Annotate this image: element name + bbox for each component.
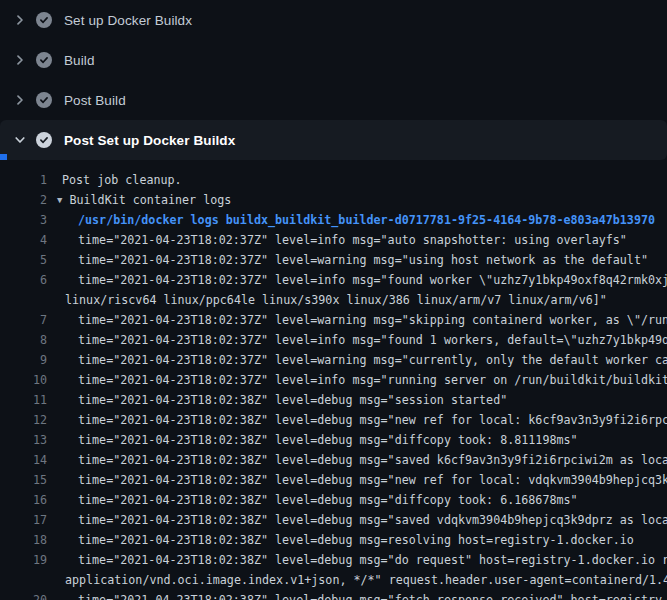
log-row: 2 ▼ BuildKit container logs: [0, 190, 667, 210]
step-label: Set up Docker Buildx: [64, 13, 192, 28]
log-text: time="2021-04-23T18:02:38Z" level=debug …: [47, 390, 667, 410]
log-text: time="2021-04-23T18:02:37Z" level=info m…: [47, 330, 667, 350]
log-row: 18 time="2021-04-23T18:02:38Z" level=deb…: [0, 530, 667, 550]
step-row-post-set-up-docker-buildx[interactable]: Post Set up Docker Buildx: [0, 120, 667, 160]
line-number[interactable]: 14: [0, 450, 47, 470]
log-row: 7 time="2021-04-23T18:02:37Z" level=warn…: [0, 310, 667, 330]
log-text: time="2021-04-23T18:02:38Z" level=debug …: [47, 410, 667, 430]
log-text: time="2021-04-23T18:02:38Z" level=debug …: [47, 530, 667, 550]
log-row: 4 time="2021-04-23T18:02:37Z" level=info…: [0, 230, 667, 250]
log-row: 13 time="2021-04-23T18:02:38Z" level=deb…: [0, 430, 667, 450]
line-number[interactable]: 4: [0, 230, 47, 250]
log-row: 9 time="2021-04-23T18:02:37Z" level=warn…: [0, 350, 667, 370]
log-row: application/vnd.oci.image.index.v1+json,…: [0, 570, 667, 590]
line-number[interactable]: 19: [0, 550, 47, 570]
log-text: time="2021-04-23T18:02:37Z" level=info m…: [47, 370, 667, 390]
chevron-right-icon: [12, 92, 28, 108]
line-number[interactable]: 11: [0, 390, 47, 410]
line-number[interactable]: 12: [0, 410, 47, 430]
log-row: 19 time="2021-04-23T18:02:38Z" level=deb…: [0, 550, 667, 570]
check-circle-icon: [36, 92, 52, 108]
blue-corner-accent: [0, 154, 7, 160]
step-label: Build: [64, 53, 95, 68]
step-row-set-up-docker-buildx[interactable]: Set up Docker Buildx: [0, 0, 667, 40]
line-number[interactable]: 6: [0, 270, 47, 290]
log-text: linux/riscv64 linux/ppc64le linux/s390x …: [47, 290, 667, 310]
log-row: 14 time="2021-04-23T18:02:38Z" level=deb…: [0, 450, 667, 470]
line-number[interactable]: 2: [0, 190, 47, 210]
line-number[interactable]: 15: [0, 470, 47, 490]
log-text: time="2021-04-23T18:02:38Z" level=debug …: [47, 510, 667, 530]
log-row: 3 /usr/bin/docker logs buildx_buildkit_b…: [0, 210, 667, 230]
log-text: time="2021-04-23T18:02:37Z" level=warnin…: [47, 350, 667, 370]
log-text: time="2021-04-23T18:02:38Z" level=debug …: [47, 430, 667, 450]
line-number[interactable]: 3: [0, 210, 47, 230]
line-number[interactable]: [0, 570, 47, 590]
step-row-build[interactable]: Build: [0, 40, 667, 80]
line-number[interactable]: 8: [0, 330, 47, 350]
log-lines: 1 Post job cleanup. 2 ▼ BuildKit contain…: [0, 160, 667, 600]
step-row-post-build[interactable]: Post Build: [0, 80, 667, 120]
log-text: time="2021-04-23T18:02:37Z" level=warnin…: [47, 310, 667, 330]
line-number[interactable]: [0, 290, 47, 310]
line-number[interactable]: 5: [0, 250, 47, 270]
log-row: 20 time="2021-04-23T18:02:38Z" level=deb…: [0, 590, 667, 600]
log-row: 11 time="2021-04-23T18:02:38Z" level=deb…: [0, 390, 667, 410]
log-text: time="2021-04-23T18:02:38Z" level=debug …: [47, 490, 667, 510]
line-number[interactable]: 10: [0, 370, 47, 390]
log-text: application/vnd.oci.image.index.v1+json,…: [47, 570, 667, 590]
log-text: /usr/bin/docker logs buildx_buildkit_bui…: [47, 210, 667, 230]
log-text: time="2021-04-23T18:02:38Z" level=debug …: [47, 450, 667, 470]
log-text: Post job cleanup.: [47, 170, 667, 190]
check-circle-icon: [36, 132, 52, 148]
line-number[interactable]: 20: [0, 590, 47, 600]
log-row: linux/riscv64 linux/ppc64le linux/s390x …: [0, 290, 667, 310]
line-number[interactable]: 7: [0, 310, 47, 330]
log-text: time="2021-04-23T18:02:37Z" level=warnin…: [47, 250, 667, 270]
log-row: 12 time="2021-04-23T18:02:38Z" level=deb…: [0, 410, 667, 430]
log-row: 17 time="2021-04-23T18:02:38Z" level=deb…: [0, 510, 667, 530]
log-row: 8 time="2021-04-23T18:02:37Z" level=info…: [0, 330, 667, 350]
chevron-right-icon: [12, 12, 28, 28]
line-number[interactable]: 18: [0, 530, 47, 550]
line-number[interactable]: 17: [0, 510, 47, 530]
line-number[interactable]: 1: [0, 170, 47, 190]
log-row: 16 time="2021-04-23T18:02:38Z" level=deb…: [0, 490, 667, 510]
log-text: time="2021-04-23T18:02:38Z" level=debug …: [47, 470, 667, 490]
log-text: time="2021-04-23T18:02:38Z" level=debug …: [47, 550, 667, 570]
collapse-triangle-icon[interactable]: ▼: [57, 190, 62, 210]
step-label: Post Set up Docker Buildx: [64, 133, 235, 148]
log-row: 10 time="2021-04-23T18:02:37Z" level=inf…: [0, 370, 667, 390]
log-row: 1 Post job cleanup.: [0, 170, 667, 190]
line-number[interactable]: 9: [0, 350, 47, 370]
steps-list: Set up Docker Buildx Build Post Build Po…: [0, 0, 667, 160]
chevron-right-icon: [12, 52, 28, 68]
check-circle-icon: [36, 52, 52, 68]
line-number[interactable]: 16: [0, 490, 47, 510]
log-text: time="2021-04-23T18:02:38Z" level=debug …: [47, 590, 667, 600]
line-number[interactable]: 13: [0, 430, 47, 450]
step-label: Post Build: [64, 93, 126, 108]
actions-log-viewer: { "colors": { "background": "#0d1117", "…: [0, 0, 667, 600]
log-text: time="2021-04-23T18:02:37Z" level=info m…: [47, 230, 667, 250]
log-row: 15 time="2021-04-23T18:02:38Z" level=deb…: [0, 470, 667, 490]
chevron-down-icon: [12, 132, 28, 148]
log-row: 5 time="2021-04-23T18:02:37Z" level=warn…: [0, 250, 667, 270]
log-text: time="2021-04-23T18:02:37Z" level=info m…: [47, 270, 667, 290]
check-circle-icon: [36, 12, 52, 28]
log-text: ▼ BuildKit container logs: [47, 190, 667, 210]
log-row: 6 time="2021-04-23T18:02:37Z" level=info…: [0, 270, 667, 290]
